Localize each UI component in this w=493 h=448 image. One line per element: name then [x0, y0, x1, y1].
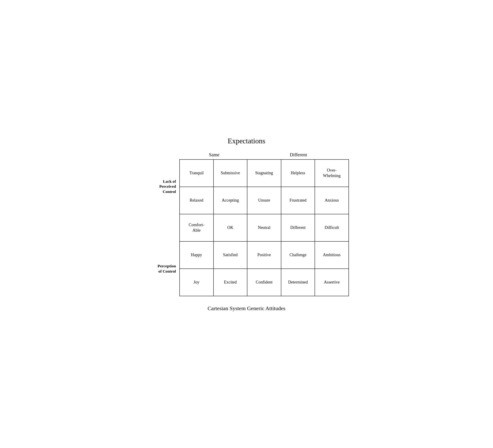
table-row: RelaxedAcceptingUnsureFrustratedAnxious	[179, 187, 349, 214]
table-cell: Relaxed	[179, 187, 213, 214]
table-cell: Happy	[179, 241, 213, 269]
table-cell: Difficult	[315, 214, 349, 241]
table-cell: Tranquil	[179, 160, 213, 187]
table-cell: Excited	[213, 269, 247, 296]
table-cell: Over-Whelming	[315, 160, 349, 187]
table-cell: Unsure	[247, 187, 281, 214]
subtitle: Cartesian System Generic Attitudes	[208, 305, 285, 311]
grid-with-labels: Lack ofPerceivedControl Perceptionof Con…	[144, 159, 349, 296]
table-cell: Accepting	[213, 187, 247, 214]
table-cell: Joy	[179, 269, 213, 296]
chart-area: Same Different Lack ofPerceivedControl P…	[144, 152, 349, 296]
table-row: Comfort-AbleOKNeutralDifferentDifficult	[179, 214, 349, 241]
col-header-same: Same	[180, 152, 248, 157]
table-cell: Different	[281, 214, 315, 241]
col-labels-area: Same Different	[180, 152, 349, 157]
table-cell: Submissive	[213, 160, 247, 187]
row-labels-col: Lack ofPerceivedControl Perceptionof Con…	[144, 159, 179, 296]
table-row: JoyExcitedConfidentDeterminedAssertive	[179, 269, 349, 296]
table-cell: Confident	[247, 269, 281, 296]
table-cell: Helpless	[281, 160, 315, 187]
main-title: Expectations	[228, 137, 265, 145]
table-cell: Satisfied	[213, 241, 247, 269]
col-headers-row: Same Different	[144, 152, 349, 157]
table-cell: Anxious	[315, 187, 349, 214]
table-cell: Challenge	[281, 241, 315, 269]
table-cell: OK	[213, 214, 247, 241]
attitude-grid: TranquilSubmissiveStagnatingHelplessOver…	[179, 159, 349, 296]
table-cell: Frustrated	[281, 187, 315, 214]
col-header-different: Different	[248, 152, 349, 157]
table-cell: Ambitious	[315, 241, 349, 269]
table-cell: Assertive	[315, 269, 349, 296]
row-label-empty	[144, 214, 179, 241]
table-cell: Stagnating	[247, 160, 281, 187]
table-cell: Determined	[281, 269, 315, 296]
table-cell: Neutral	[247, 214, 281, 241]
table-row: HappySatisfiedPositiveChallengeAmbitious	[179, 241, 349, 269]
table-cell: Positive	[247, 241, 281, 269]
table-cell: Comfort-Able	[179, 214, 213, 241]
table-row: TranquilSubmissiveStagnatingHelplessOver…	[179, 160, 349, 187]
row-label-perception: Perceptionof Control	[144, 241, 179, 296]
row-label-lack-of-control: Lack ofPerceivedControl	[144, 159, 179, 214]
page-container: Expectations Same Different Lack ofPerce…	[144, 137, 349, 311]
